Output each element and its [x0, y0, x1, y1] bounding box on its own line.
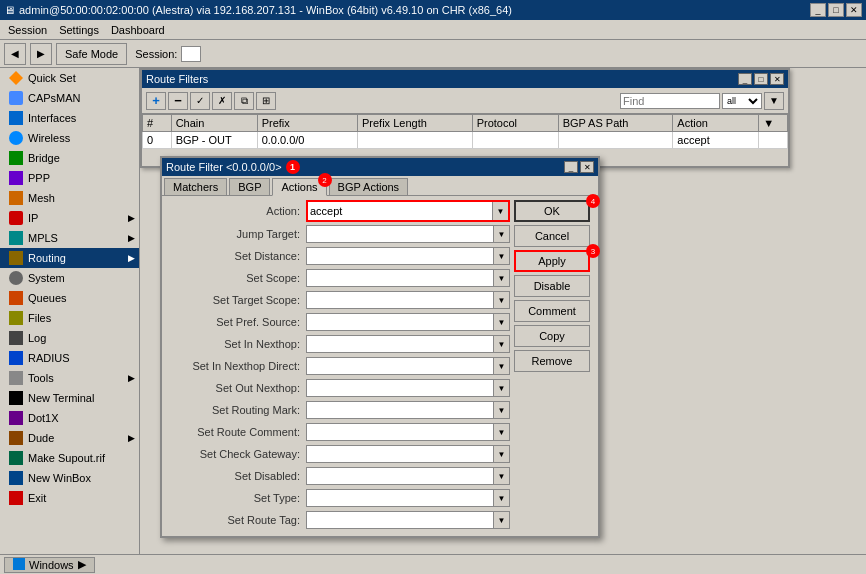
set-route-tag-dropdown-btn[interactable]: ▼ — [494, 511, 510, 529]
apply-button[interactable]: Apply — [514, 250, 590, 272]
route-filter-dialog-close[interactable]: ✕ — [580, 161, 594, 173]
set-in-nexthop-direct-dropdown-btn[interactable]: ▼ — [494, 357, 510, 375]
set-pref-source-dropdown-btn[interactable]: ▼ — [494, 313, 510, 331]
copy-button[interactable]: Copy — [514, 325, 590, 347]
sidebar-label-capsman: CAPsMAN — [28, 92, 135, 104]
rf-cross-btn[interactable]: ✗ — [212, 92, 232, 110]
taskbar-windows-arrow: ▶ — [78, 558, 86, 571]
menu-dashboard[interactable]: Dashboard — [105, 22, 171, 38]
set-target-scope-input[interactable] — [306, 291, 494, 309]
rf-search-input[interactable] — [620, 93, 720, 109]
route-filters-minimize-btn[interactable]: _ — [738, 73, 752, 85]
set-route-tag-input[interactable] — [306, 511, 494, 529]
sidebar-item-dude[interactable]: Dude ▶ — [0, 428, 139, 448]
set-out-nexthop-dropdown-btn[interactable]: ▼ — [494, 379, 510, 397]
sidebar-item-bridge[interactable]: Bridge — [0, 148, 139, 168]
sidebar-item-dot1x[interactable]: Dot1X — [0, 408, 139, 428]
disable-button[interactable]: Disable — [514, 275, 590, 297]
cell-bgp-as-path — [558, 132, 673, 149]
sidebar-item-tools[interactable]: Tools ▶ — [0, 368, 139, 388]
cancel-button[interactable]: Cancel — [514, 225, 590, 247]
sidebar-item-quick-set[interactable]: Quick Set — [0, 68, 139, 88]
rf-remove-btn[interactable]: − — [168, 92, 188, 110]
sidebar-item-exit[interactable]: Exit — [0, 488, 139, 508]
rf-search-dropdown-btn[interactable]: ▼ — [764, 92, 784, 110]
route-filter-dialog-minimize[interactable]: _ — [564, 161, 578, 173]
sidebar-item-make-supout[interactable]: Make Supout.rif — [0, 448, 139, 468]
set-distance-input[interactable] — [306, 247, 494, 265]
set-routing-mark-input[interactable] — [306, 401, 494, 419]
sidebar-label-new-terminal: New Terminal — [28, 392, 135, 404]
sidebar-item-capsman[interactable]: CAPsMAN — [0, 88, 139, 108]
dialog-form: Action: ▼ Jump Target: ▼ — [166, 200, 510, 532]
sidebar-item-queues[interactable]: Queues — [0, 288, 139, 308]
taskbar-windows-icon — [13, 558, 29, 572]
tab-bgp[interactable]: BGP — [229, 178, 270, 195]
tab-actions[interactable]: Actions 2 — [272, 178, 326, 196]
action-input[interactable] — [308, 202, 492, 220]
set-route-comment-dropdown-btn[interactable]: ▼ — [494, 423, 510, 441]
jump-target-input[interactable] — [306, 225, 494, 243]
sidebar-item-log[interactable]: Log — [0, 328, 139, 348]
sidebar-item-mesh[interactable]: Mesh — [0, 188, 139, 208]
session-input[interactable] — [181, 46, 201, 62]
sidebar-item-mpls[interactable]: MPLS ▶ — [0, 228, 139, 248]
menu-settings[interactable]: Settings — [53, 22, 105, 38]
sidebar-item-system[interactable]: System — [0, 268, 139, 288]
badge-4: 4 — [586, 194, 600, 208]
remove-button[interactable]: Remove — [514, 350, 590, 372]
set-pref-source-input[interactable] — [306, 313, 494, 331]
set-out-nexthop-input[interactable] — [306, 379, 494, 397]
set-route-comment-input[interactable] — [306, 423, 494, 441]
close-btn[interactable]: ✕ — [846, 3, 862, 17]
comment-button[interactable]: Comment — [514, 300, 590, 322]
set-check-gateway-dropdown-btn[interactable]: ▼ — [494, 445, 510, 463]
jump-target-label: Jump Target: — [166, 228, 306, 240]
sidebar-item-radius[interactable]: RADIUS — [0, 348, 139, 368]
safe-mode-button[interactable]: Safe Mode — [56, 43, 127, 65]
minimize-btn[interactable]: _ — [810, 3, 826, 17]
mpls-arrow: ▶ — [128, 233, 135, 243]
set-type-input[interactable] — [306, 489, 494, 507]
jump-target-dropdown-btn[interactable]: ▼ — [494, 225, 510, 243]
rf-search-select[interactable]: all — [722, 93, 762, 109]
table-row[interactable]: 0 BGP - OUT 0.0.0.0/0 accept — [143, 132, 788, 149]
sidebar-item-ip[interactable]: IP ▶ — [0, 208, 139, 228]
sidebar-item-interfaces[interactable]: Interfaces — [0, 108, 139, 128]
sidebar-item-files[interactable]: Files — [0, 308, 139, 328]
tab-bgp-actions[interactable]: BGP Actions — [329, 178, 409, 195]
rf-copy-btn[interactable]: ⧉ — [234, 92, 254, 110]
maximize-btn[interactable]: □ — [828, 3, 844, 17]
taskbar-windows-item[interactable]: Windows ▶ — [4, 557, 95, 573]
set-routing-mark-dropdown-btn[interactable]: ▼ — [494, 401, 510, 419]
set-scope-dropdown-btn[interactable]: ▼ — [494, 269, 510, 287]
route-filters-close-btn[interactable]: ✕ — [770, 73, 784, 85]
set-check-gateway-input[interactable] — [306, 445, 494, 463]
set-in-nexthop-dropdown-btn[interactable]: ▼ — [494, 335, 510, 353]
set-scope-input[interactable] — [306, 269, 494, 287]
set-in-nexthop-input[interactable] — [306, 335, 494, 353]
back-button[interactable]: ◀ — [4, 43, 26, 65]
action-dropdown-btn[interactable]: ▼ — [492, 202, 508, 220]
set-in-nexthop-direct-input[interactable] — [306, 357, 494, 375]
rf-add-btn[interactable]: + — [146, 92, 166, 110]
rf-check-btn[interactable]: ✓ — [190, 92, 210, 110]
ok-button[interactable]: OK — [514, 200, 590, 222]
forward-button[interactable]: ▶ — [30, 43, 52, 65]
sidebar-item-routing[interactable]: Routing ▶ — [0, 248, 139, 268]
quick-set-icon — [8, 70, 24, 86]
set-type-dropdown-btn[interactable]: ▼ — [494, 489, 510, 507]
set-disabled-dropdown-btn[interactable]: ▼ — [494, 467, 510, 485]
set-disabled-input[interactable] — [306, 467, 494, 485]
set-target-scope-dropdown-btn[interactable]: ▼ — [494, 291, 510, 309]
sidebar-item-new-terminal[interactable]: New Terminal — [0, 388, 139, 408]
sidebar-item-new-winbox[interactable]: New WinBox — [0, 468, 139, 488]
sidebar-item-wireless[interactable]: Wireless — [0, 128, 139, 148]
menu-session[interactable]: Session — [2, 22, 53, 38]
set-distance-dropdown-btn[interactable]: ▼ — [494, 247, 510, 265]
bridge-icon — [8, 150, 24, 166]
tab-matchers[interactable]: Matchers — [164, 178, 227, 195]
rf-filter-btn[interactable]: ⊞ — [256, 92, 276, 110]
route-filters-maximize-btn[interactable]: □ — [754, 73, 768, 85]
sidebar-item-ppp[interactable]: PPP — [0, 168, 139, 188]
